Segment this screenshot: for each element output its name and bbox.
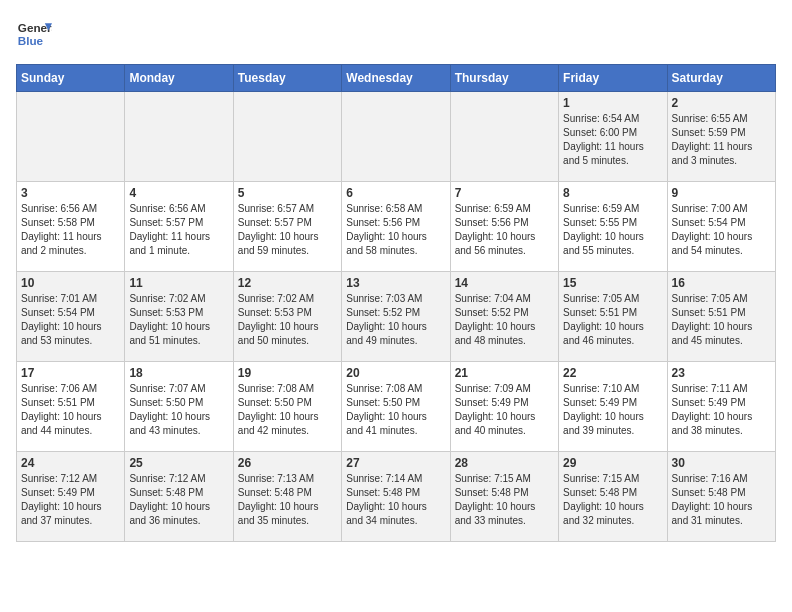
day-number: 19 bbox=[238, 366, 337, 380]
day-number: 18 bbox=[129, 366, 228, 380]
day-info: Sunrise: 7:13 AM Sunset: 5:48 PM Dayligh… bbox=[238, 472, 337, 528]
calendar-cell: 7Sunrise: 6:59 AM Sunset: 5:56 PM Daylig… bbox=[450, 182, 558, 272]
calendar-cell: 21Sunrise: 7:09 AM Sunset: 5:49 PM Dayli… bbox=[450, 362, 558, 452]
day-info: Sunrise: 7:05 AM Sunset: 5:51 PM Dayligh… bbox=[672, 292, 771, 348]
day-number: 15 bbox=[563, 276, 662, 290]
day-info: Sunrise: 7:08 AM Sunset: 5:50 PM Dayligh… bbox=[238, 382, 337, 438]
logo-icon: General Blue bbox=[16, 16, 52, 52]
day-info: Sunrise: 7:01 AM Sunset: 5:54 PM Dayligh… bbox=[21, 292, 120, 348]
weekday-header-wednesday: Wednesday bbox=[342, 65, 450, 92]
day-info: Sunrise: 7:11 AM Sunset: 5:49 PM Dayligh… bbox=[672, 382, 771, 438]
calendar-cell: 13Sunrise: 7:03 AM Sunset: 5:52 PM Dayli… bbox=[342, 272, 450, 362]
day-info: Sunrise: 7:12 AM Sunset: 5:49 PM Dayligh… bbox=[21, 472, 120, 528]
calendar-cell: 20Sunrise: 7:08 AM Sunset: 5:50 PM Dayli… bbox=[342, 362, 450, 452]
week-row-2: 3Sunrise: 6:56 AM Sunset: 5:58 PM Daylig… bbox=[17, 182, 776, 272]
day-number: 2 bbox=[672, 96, 771, 110]
calendar-cell: 1Sunrise: 6:54 AM Sunset: 6:00 PM Daylig… bbox=[559, 92, 667, 182]
calendar-cell bbox=[233, 92, 341, 182]
calendar-cell: 6Sunrise: 6:58 AM Sunset: 5:56 PM Daylig… bbox=[342, 182, 450, 272]
day-number: 23 bbox=[672, 366, 771, 380]
day-number: 30 bbox=[672, 456, 771, 470]
day-number: 10 bbox=[21, 276, 120, 290]
svg-text:General: General bbox=[18, 21, 52, 34]
day-info: Sunrise: 7:15 AM Sunset: 5:48 PM Dayligh… bbox=[563, 472, 662, 528]
day-number: 5 bbox=[238, 186, 337, 200]
calendar-cell: 10Sunrise: 7:01 AM Sunset: 5:54 PM Dayli… bbox=[17, 272, 125, 362]
calendar-cell bbox=[125, 92, 233, 182]
calendar-cell: 23Sunrise: 7:11 AM Sunset: 5:49 PM Dayli… bbox=[667, 362, 775, 452]
day-info: Sunrise: 7:10 AM Sunset: 5:49 PM Dayligh… bbox=[563, 382, 662, 438]
svg-text:Blue: Blue bbox=[18, 34, 44, 47]
day-info: Sunrise: 7:05 AM Sunset: 5:51 PM Dayligh… bbox=[563, 292, 662, 348]
weekday-header-thursday: Thursday bbox=[450, 65, 558, 92]
day-number: 3 bbox=[21, 186, 120, 200]
calendar-cell: 12Sunrise: 7:02 AM Sunset: 5:53 PM Dayli… bbox=[233, 272, 341, 362]
day-number: 22 bbox=[563, 366, 662, 380]
day-info: Sunrise: 7:16 AM Sunset: 5:48 PM Dayligh… bbox=[672, 472, 771, 528]
weekday-header-row: SundayMondayTuesdayWednesdayThursdayFrid… bbox=[17, 65, 776, 92]
day-info: Sunrise: 6:56 AM Sunset: 5:58 PM Dayligh… bbox=[21, 202, 120, 258]
day-info: Sunrise: 7:04 AM Sunset: 5:52 PM Dayligh… bbox=[455, 292, 554, 348]
day-number: 17 bbox=[21, 366, 120, 380]
day-info: Sunrise: 6:59 AM Sunset: 5:55 PM Dayligh… bbox=[563, 202, 662, 258]
day-number: 14 bbox=[455, 276, 554, 290]
day-number: 29 bbox=[563, 456, 662, 470]
calendar-cell: 15Sunrise: 7:05 AM Sunset: 5:51 PM Dayli… bbox=[559, 272, 667, 362]
day-info: Sunrise: 6:58 AM Sunset: 5:56 PM Dayligh… bbox=[346, 202, 445, 258]
day-info: Sunrise: 6:57 AM Sunset: 5:57 PM Dayligh… bbox=[238, 202, 337, 258]
weekday-header-monday: Monday bbox=[125, 65, 233, 92]
day-info: Sunrise: 7:07 AM Sunset: 5:50 PM Dayligh… bbox=[129, 382, 228, 438]
weekday-header-sunday: Sunday bbox=[17, 65, 125, 92]
calendar-cell: 26Sunrise: 7:13 AM Sunset: 5:48 PM Dayli… bbox=[233, 452, 341, 542]
calendar-cell: 3Sunrise: 6:56 AM Sunset: 5:58 PM Daylig… bbox=[17, 182, 125, 272]
calendar-cell: 16Sunrise: 7:05 AM Sunset: 5:51 PM Dayli… bbox=[667, 272, 775, 362]
day-info: Sunrise: 7:12 AM Sunset: 5:48 PM Dayligh… bbox=[129, 472, 228, 528]
day-number: 13 bbox=[346, 276, 445, 290]
day-info: Sunrise: 7:00 AM Sunset: 5:54 PM Dayligh… bbox=[672, 202, 771, 258]
calendar-cell: 25Sunrise: 7:12 AM Sunset: 5:48 PM Dayli… bbox=[125, 452, 233, 542]
day-info: Sunrise: 7:02 AM Sunset: 5:53 PM Dayligh… bbox=[238, 292, 337, 348]
calendar-cell bbox=[450, 92, 558, 182]
week-row-3: 10Sunrise: 7:01 AM Sunset: 5:54 PM Dayli… bbox=[17, 272, 776, 362]
weekday-header-friday: Friday bbox=[559, 65, 667, 92]
day-number: 4 bbox=[129, 186, 228, 200]
calendar-cell: 24Sunrise: 7:12 AM Sunset: 5:49 PM Dayli… bbox=[17, 452, 125, 542]
day-info: Sunrise: 6:54 AM Sunset: 6:00 PM Dayligh… bbox=[563, 112, 662, 168]
day-number: 16 bbox=[672, 276, 771, 290]
calendar-cell: 22Sunrise: 7:10 AM Sunset: 5:49 PM Dayli… bbox=[559, 362, 667, 452]
day-number: 11 bbox=[129, 276, 228, 290]
calendar-cell: 17Sunrise: 7:06 AM Sunset: 5:51 PM Dayli… bbox=[17, 362, 125, 452]
calendar-cell: 5Sunrise: 6:57 AM Sunset: 5:57 PM Daylig… bbox=[233, 182, 341, 272]
day-info: Sunrise: 6:59 AM Sunset: 5:56 PM Dayligh… bbox=[455, 202, 554, 258]
day-number: 25 bbox=[129, 456, 228, 470]
calendar-cell: 28Sunrise: 7:15 AM Sunset: 5:48 PM Dayli… bbox=[450, 452, 558, 542]
calendar-cell: 30Sunrise: 7:16 AM Sunset: 5:48 PM Dayli… bbox=[667, 452, 775, 542]
calendar-table: SundayMondayTuesdayWednesdayThursdayFrid… bbox=[16, 64, 776, 542]
day-info: Sunrise: 7:14 AM Sunset: 5:48 PM Dayligh… bbox=[346, 472, 445, 528]
weekday-header-tuesday: Tuesday bbox=[233, 65, 341, 92]
calendar-cell: 11Sunrise: 7:02 AM Sunset: 5:53 PM Dayli… bbox=[125, 272, 233, 362]
calendar-cell: 18Sunrise: 7:07 AM Sunset: 5:50 PM Dayli… bbox=[125, 362, 233, 452]
week-row-1: 1Sunrise: 6:54 AM Sunset: 6:00 PM Daylig… bbox=[17, 92, 776, 182]
week-row-4: 17Sunrise: 7:06 AM Sunset: 5:51 PM Dayli… bbox=[17, 362, 776, 452]
day-number: 27 bbox=[346, 456, 445, 470]
weekday-header-saturday: Saturday bbox=[667, 65, 775, 92]
calendar-cell: 14Sunrise: 7:04 AM Sunset: 5:52 PM Dayli… bbox=[450, 272, 558, 362]
day-number: 28 bbox=[455, 456, 554, 470]
day-info: Sunrise: 7:09 AM Sunset: 5:49 PM Dayligh… bbox=[455, 382, 554, 438]
calendar-cell: 19Sunrise: 7:08 AM Sunset: 5:50 PM Dayli… bbox=[233, 362, 341, 452]
calendar-cell: 9Sunrise: 7:00 AM Sunset: 5:54 PM Daylig… bbox=[667, 182, 775, 272]
calendar-cell: 27Sunrise: 7:14 AM Sunset: 5:48 PM Dayli… bbox=[342, 452, 450, 542]
day-info: Sunrise: 7:08 AM Sunset: 5:50 PM Dayligh… bbox=[346, 382, 445, 438]
day-info: Sunrise: 7:15 AM Sunset: 5:48 PM Dayligh… bbox=[455, 472, 554, 528]
day-number: 8 bbox=[563, 186, 662, 200]
day-number: 20 bbox=[346, 366, 445, 380]
day-number: 6 bbox=[346, 186, 445, 200]
day-info: Sunrise: 7:02 AM Sunset: 5:53 PM Dayligh… bbox=[129, 292, 228, 348]
day-number: 26 bbox=[238, 456, 337, 470]
day-info: Sunrise: 6:56 AM Sunset: 5:57 PM Dayligh… bbox=[129, 202, 228, 258]
day-number: 12 bbox=[238, 276, 337, 290]
day-info: Sunrise: 7:06 AM Sunset: 5:51 PM Dayligh… bbox=[21, 382, 120, 438]
logo: General Blue bbox=[16, 16, 52, 52]
calendar-cell bbox=[342, 92, 450, 182]
